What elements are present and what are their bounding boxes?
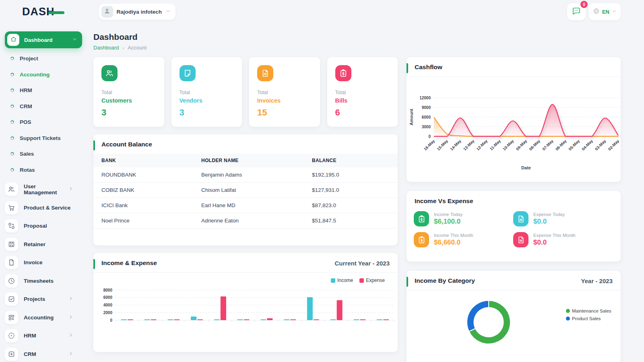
- svg-text:0: 0: [428, 134, 431, 139]
- sidebar-item-label: HRM: [20, 87, 32, 93]
- users-icon: [5, 183, 18, 196]
- cashflow-area-chart: 12000900060003000016-May15-May14-May13-M…: [407, 77, 621, 181]
- metric-value: $6,100.0: [434, 218, 462, 226]
- language-label: EN: [602, 9, 609, 15]
- stat-label: Invoices: [257, 97, 312, 104]
- svg-text:12000: 12000: [419, 96, 431, 100]
- chevron-down-icon: [165, 8, 171, 15]
- sidebar-item-project[interactable]: Project: [5, 51, 82, 67]
- chevron-right-icon: [68, 351, 73, 357]
- cell-balance: $192,195.0: [304, 167, 398, 183]
- file-text-icon: [257, 65, 273, 81]
- metric-value: $0.0: [533, 239, 576, 247]
- sidebar-item-retainer[interactable]: Retainer: [5, 235, 82, 254]
- legend-swatch: [331, 278, 335, 283]
- legend-dot: [566, 309, 570, 313]
- sidebar-item-label: Accounting: [24, 315, 63, 321]
- metric-expense-this-month: Expense This Month $0.0: [513, 232, 613, 247]
- svg-text:07-May: 07-May: [541, 138, 554, 151]
- circle-bullet-icon: [10, 88, 14, 93]
- accent-bar: [407, 63, 408, 73]
- sidebar-item-dashboard[interactable]: Dashboard: [5, 31, 82, 48]
- income-vs-expense-title: Income Vs Expense: [415, 197, 473, 205]
- crm-icon: [5, 348, 18, 361]
- circle-bullet-icon: [10, 152, 14, 156]
- column-header-holder-name: HOLDER NAME: [193, 154, 304, 167]
- stat-card-bills: Total Bills 6: [327, 57, 398, 127]
- cell-holder-name: Benjamin Adams: [193, 167, 304, 183]
- metric-expense-today: Expense Today $0.0: [513, 211, 613, 226]
- cashflow-card: Cashflow 12000900060003000016-May15-May1…: [407, 57, 621, 182]
- page-title: Dashboard: [93, 32, 621, 42]
- metric-label: Income This Month: [434, 233, 473, 238]
- note-icon: [180, 65, 196, 81]
- circle-bullet-icon: [10, 120, 14, 125]
- stat-card-vendors: Total Vendors 3: [171, 57, 242, 127]
- stat-label: Bills: [335, 97, 390, 104]
- stat-label: Vendors: [180, 97, 234, 104]
- logo-dash-decoration: [48, 11, 64, 14]
- legend-dot: [566, 317, 570, 321]
- sidebar-item-label: Retainer: [24, 241, 82, 247]
- proposal-icon: [5, 219, 18, 232]
- svg-text:2000: 2000: [103, 311, 113, 315]
- circle-bullet-icon: [10, 136, 14, 140]
- messages-badge: 0: [580, 1, 588, 8]
- sidebar-item-product-service[interactable]: Product & Service: [5, 199, 82, 217]
- cell-bank: ICICI Bank: [93, 198, 193, 213]
- account-balance-table: BANKHOLDER NAMEBALANCE ROUNDBANKBenjamin…: [93, 154, 398, 228]
- sidebar-item-accounting[interactable]: Accounting: [5, 309, 82, 327]
- sidebar-item-label: Accounting: [20, 72, 50, 78]
- sidebar-item-label: Rotas: [20, 167, 35, 173]
- cell-balance: $51,847.5: [304, 213, 398, 228]
- sidebar-item-sales[interactable]: Sales: [5, 146, 82, 162]
- sidebar-item-invoice[interactable]: Invoice: [5, 253, 82, 272]
- person-icon: [103, 7, 111, 16]
- sidebar-item-hrm[interactable]: HRM: [5, 327, 82, 345]
- sidebar-item-crm[interactable]: CRM: [5, 345, 82, 362]
- table-row: ROUNDBANKBenjamin Adams$192,195.0: [93, 167, 398, 183]
- sidebar-item-label: Projects: [24, 296, 63, 302]
- account-balance-card: Account Balance BANKHOLDER NAMEBALANCE R…: [93, 134, 398, 245]
- sidebar-item-support-tickets[interactable]: Support Tickets: [5, 130, 82, 146]
- sidebar-item-rotas[interactable]: Rotas: [5, 162, 82, 178]
- sidebar-item-proposal[interactable]: Proposal: [5, 217, 82, 235]
- breadcrumb: Dashboard › Account: [93, 45, 621, 51]
- cell-balance: $87,823.0: [304, 198, 398, 213]
- stat-value: 15: [257, 107, 312, 118]
- sidebar-item-pos[interactable]: POS: [5, 114, 82, 130]
- projects-icon: [5, 292, 18, 306]
- svg-text:14-May: 14-May: [449, 138, 462, 151]
- stat-prefix: Total: [257, 90, 312, 95]
- svg-text:Date: Date: [521, 165, 531, 170]
- app-logo[interactable]: DASH: [22, 6, 64, 18]
- table-row: ICICI BankEarl Hane MD$87,823.0: [93, 198, 398, 213]
- language-selector[interactable]: EN: [589, 3, 621, 20]
- sidebar-item-label: Dashboard: [24, 37, 67, 43]
- sidebar-item-timesheets[interactable]: Timesheets: [5, 272, 82, 290]
- svg-text:10-May: 10-May: [502, 138, 515, 151]
- accounting-icon: [5, 311, 18, 324]
- income-by-category-subtitle: Year - 2023: [581, 278, 613, 284]
- income-expense-chart-card: Income & Expense Current Year - 2023 Inc…: [93, 253, 398, 352]
- column-header-balance: BALANCE: [304, 154, 398, 167]
- workspace-switcher[interactable]: Rajodiya infotech: [99, 4, 176, 20]
- legend-item-income: Income: [331, 278, 353, 283]
- table-header: BANKHOLDER NAMEBALANCE: [93, 154, 398, 167]
- sidebar-item-projects[interactable]: Projects: [5, 290, 82, 309]
- messages-button[interactable]: 0: [567, 3, 586, 20]
- svg-text:02-May: 02-May: [607, 138, 620, 151]
- bar-chart-legend: Income Expense: [93, 273, 398, 283]
- workspace-name: Rajodiya infotech: [117, 9, 162, 15]
- svg-text:08-May: 08-May: [528, 138, 541, 151]
- sidebar-item-hrm[interactable]: HRM: [5, 82, 82, 99]
- sidebar-item-accounting[interactable]: Accounting: [5, 67, 82, 83]
- sidebar-item-label: Project: [20, 56, 38, 62]
- breadcrumb-parent-link[interactable]: Dashboard: [93, 45, 119, 51]
- sidebar-item-user-management[interactable]: User Management: [5, 180, 82, 199]
- cell-holder-name: Earl Hane MD: [193, 198, 304, 213]
- clock-icon: [5, 274, 18, 288]
- clipboard-dollar-icon: [414, 211, 429, 226]
- sidebar-item-crm[interactable]: CRM: [5, 99, 82, 115]
- cell-bank: Noel Prince: [93, 213, 193, 228]
